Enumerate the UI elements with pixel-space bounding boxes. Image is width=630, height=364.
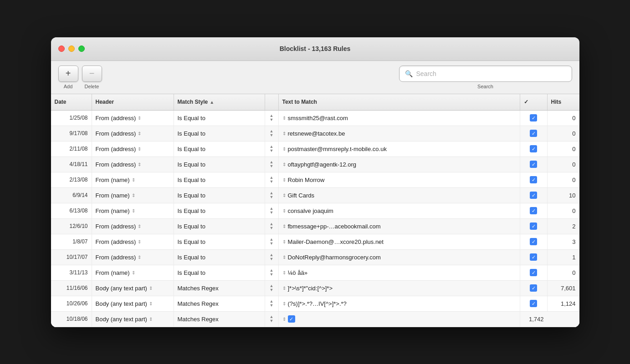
cell-hits: 0 xyxy=(548,126,579,141)
text-stepper-icon: ⇕ xyxy=(282,147,286,152)
cell-hits: 3 xyxy=(548,234,579,249)
cell-match-style-stepper[interactable]: ▲▼ xyxy=(265,172,279,187)
text-stepper-icon: ⇕ xyxy=(282,255,286,260)
checkbox[interactable]: ✓ xyxy=(530,300,537,307)
search-label: Search xyxy=(477,84,493,89)
col-header-text-to-match[interactable]: Text to Match xyxy=(279,94,520,110)
header-stepper-icon: ⇕ xyxy=(132,208,135,213)
cell-check[interactable]: ✓ xyxy=(520,142,548,157)
checkbox[interactable]: ✓ xyxy=(530,207,537,214)
checkbox[interactable]: ✓ xyxy=(530,222,537,230)
cell-match-style-stepper[interactable]: ▲▼ xyxy=(265,111,279,126)
cell-check[interactable]: ✓ xyxy=(520,188,548,203)
cell-match-style-stepper[interactable]: ▲▼ xyxy=(265,265,279,280)
table-row[interactable]: 1/8/07 From (address) ⇕ Is Equal to ▲▼ ⇕… xyxy=(51,234,579,250)
minimize-button[interactable] xyxy=(68,46,75,52)
header-stepper-icon: ⇕ xyxy=(149,317,153,322)
search-box[interactable]: 🔍 Search xyxy=(399,66,572,82)
header-stepper-icon: ⇕ xyxy=(138,131,141,136)
table-row[interactable]: 6/9/14 From (name) ⇕ Is Equal to ▲▼ ⇕ Gi… xyxy=(51,188,579,203)
cell-match-style-stepper[interactable]: ▲▼ xyxy=(265,281,279,296)
close-button[interactable] xyxy=(58,46,65,52)
table-row[interactable]: 4/18/11 From (address) ⇕ Is Equal to ▲▼ … xyxy=(51,157,579,172)
col-header-match-style[interactable]: Match Style ▲ xyxy=(174,94,265,110)
cell-match-style-stepper[interactable]: ▲▼ xyxy=(265,219,279,234)
cell-hits: 10 xyxy=(548,188,579,203)
stepper-arrows-icon: ▲▼ xyxy=(270,253,274,261)
cell-match-style-stepper[interactable]: ▲▼ xyxy=(265,126,279,141)
toolbar: + − Add Delete 🔍 Search Search xyxy=(51,61,579,94)
search-input[interactable]: Search xyxy=(416,70,436,77)
cell-match-style-stepper[interactable]: ▲▼ xyxy=(265,142,279,157)
table-row[interactable]: 1/25/08 From (address) ⇕ Is Equal to ▲▼ … xyxy=(51,111,579,126)
cell-match-style: Is Equal to xyxy=(174,219,265,234)
toolbar-labels: Add Delete xyxy=(58,84,102,89)
cell-check[interactable]: ✓ xyxy=(520,234,548,249)
cell-check[interactable]: ✓ xyxy=(520,281,548,296)
cell-match-style-stepper[interactable]: ▲▼ xyxy=(265,188,279,203)
checkbox[interactable]: ✓ xyxy=(530,238,537,245)
cell-match-style-stepper[interactable]: ▲▼ xyxy=(265,234,279,249)
cell-check[interactable]: ✓ xyxy=(520,250,548,265)
cell-header: Body (any text part) ⇕ xyxy=(92,296,174,311)
cell-check[interactable]: ✓ xyxy=(520,111,548,126)
header-stepper-icon: ⇕ xyxy=(138,255,141,260)
table-row[interactable]: 6/13/08 From (name) ⇕ Is Equal to ▲▼ ⇕ c… xyxy=(51,203,579,219)
add-button[interactable]: + xyxy=(58,66,78,82)
cell-check[interactable]: ✓ xyxy=(520,296,548,311)
checkbox[interactable]: ✓ xyxy=(530,176,537,183)
cell-match-style-stepper[interactable]: ▲▼ xyxy=(265,296,279,311)
checkbox[interactable]: ✓ xyxy=(530,161,537,168)
table-row[interactable]: 12/6/10 From (address) ⇕ Is Equal to ▲▼ … xyxy=(51,219,579,234)
cell-check[interactable]: ✓ xyxy=(520,126,548,141)
table-row[interactable]: 10/18/06 Body (any text part) ⇕ Matches … xyxy=(51,312,579,327)
add-label: Add xyxy=(58,84,78,89)
table-row[interactable]: 10/26/06 Body (any text part) ⇕ Matches … xyxy=(51,296,579,312)
header-stepper-icon: ⇕ xyxy=(149,286,153,291)
delete-label: Delete xyxy=(82,84,102,89)
header-stepper-icon: ⇕ xyxy=(138,116,141,121)
stepper-arrows-icon: ▲▼ xyxy=(270,315,274,323)
table-row[interactable]: 9/17/08 From (address) ⇕ Is Equal to ▲▼ … xyxy=(51,126,579,142)
col-header-hits[interactable]: Hits xyxy=(548,94,579,110)
cell-check[interactable]: ✓ xyxy=(520,265,548,280)
cell-check[interactable]: ✓ xyxy=(520,219,548,234)
checkbox[interactable]: ✓ xyxy=(530,269,537,276)
stepper-arrows-icon: ▲▼ xyxy=(270,176,274,184)
cell-match-style: Is Equal to xyxy=(174,157,265,172)
checkbox[interactable]: ✓ xyxy=(530,284,537,292)
cell-check[interactable]: ✓ xyxy=(520,172,548,187)
delete-button[interactable]: − xyxy=(82,66,102,82)
cell-check[interactable]: ✓ xyxy=(520,157,548,172)
col-header-check[interactable]: ✓ xyxy=(520,94,548,110)
table-row[interactable]: 11/16/06 Body (any text part) ⇕ Matches … xyxy=(51,281,579,296)
table-row[interactable]: 2/11/08 From (address) ⇕ Is Equal to ▲▼ … xyxy=(51,142,579,157)
stepper-arrows-icon: ▲▼ xyxy=(270,129,274,137)
cell-text-to-match: ⇕ Robin Morrow xyxy=(279,172,520,187)
checkbox[interactable]: ✓ xyxy=(530,253,537,261)
cell-date: 6/13/08 xyxy=(51,203,92,218)
checkbox[interactable]: ✓ xyxy=(530,192,537,199)
cell-match-style-stepper[interactable]: ▲▼ xyxy=(265,157,279,172)
header-stepper-icon: ⇕ xyxy=(138,147,141,152)
cell-match-style-stepper[interactable]: ▲▼ xyxy=(265,250,279,265)
maximize-button[interactable] xyxy=(78,46,85,52)
table-row[interactable]: 10/17/07 From (address) ⇕ Is Equal to ▲▼… xyxy=(51,250,579,265)
table-row[interactable]: 3/11/13 From (name) ⇕ Is Equal to ▲▼ ⇕ ¼… xyxy=(51,265,579,281)
col-header-stepper xyxy=(265,94,279,110)
checkbox[interactable]: ✓ xyxy=(530,145,537,152)
checkbox[interactable]: ✓ xyxy=(288,315,295,323)
table-row[interactable]: 2/13/08 From (name) ⇕ Is Equal to ▲▼ ⇕ R… xyxy=(51,172,579,188)
cell-match-style-stepper[interactable]: ▲▼ xyxy=(265,312,279,327)
cell-header: From (address) ⇕ xyxy=(92,219,174,234)
toolbar-left: + − Add Delete xyxy=(58,66,102,89)
cell-check[interactable]: ✓ xyxy=(520,203,548,218)
stepper-arrows-icon: ▲▼ xyxy=(270,238,274,246)
col-header-date[interactable]: Date xyxy=(51,94,92,110)
col-header-header[interactable]: Header xyxy=(92,94,174,110)
checkbox[interactable]: ✓ xyxy=(530,130,537,137)
cell-match-style-stepper[interactable]: ▲▼ xyxy=(265,203,279,218)
main-window: Blocklist - 13,163 Rules + − Add Delete … xyxy=(51,37,579,327)
stepper-arrows-icon: ▲▼ xyxy=(270,222,274,230)
checkbox[interactable]: ✓ xyxy=(530,114,537,121)
